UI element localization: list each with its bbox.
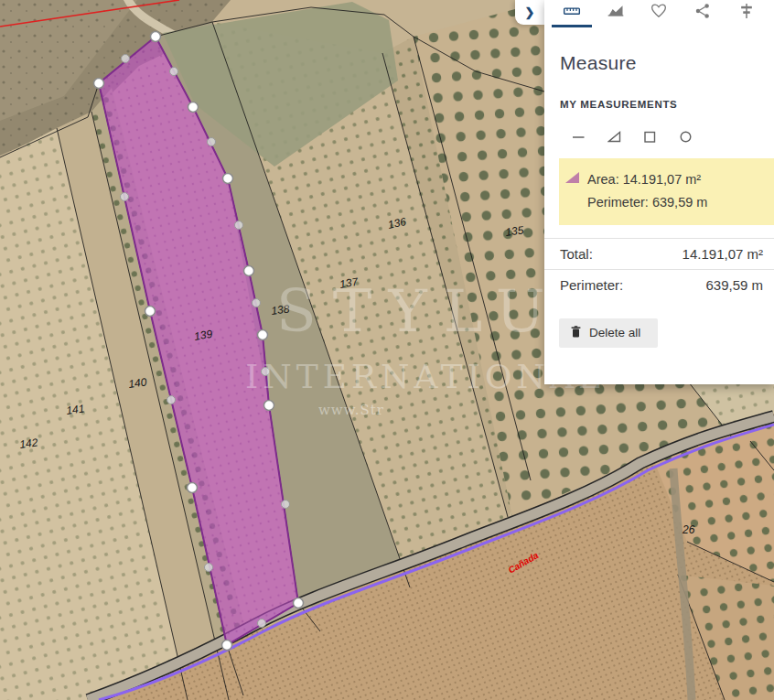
measure-circle-tool[interactable] xyxy=(679,130,693,144)
measure-polygon-tool[interactable] xyxy=(607,130,621,144)
ruler-icon xyxy=(563,2,581,24)
vertex-handle[interactable] xyxy=(222,641,232,651)
tab-measure[interactable] xyxy=(552,0,592,27)
share-icon xyxy=(693,2,712,24)
total-label: Total: xyxy=(560,246,593,262)
measure-panel: Measure MY MEASUREMENTS Area: 14.191,07 … xyxy=(544,0,774,384)
map-measure-app: 135 136 137 138 139 140 141 142 26 Cañad… xyxy=(0,0,774,700)
svg-text:www.Str: www.Str xyxy=(318,402,384,418)
area-chart-icon xyxy=(607,2,625,24)
midpoint-handle[interactable] xyxy=(258,619,266,628)
card-area-line: Area: 14.191,07 m² xyxy=(587,168,707,191)
page-title: Measure xyxy=(560,52,774,74)
total-row: Total: 14.191,07 m² xyxy=(544,239,774,270)
vertex-handle[interactable] xyxy=(294,598,304,608)
vertex-handle[interactable] xyxy=(151,32,161,42)
vertex-handle[interactable] xyxy=(264,401,274,411)
card-perimeter-line: Perimeter: 639,59 m xyxy=(587,191,707,214)
vertex-handle[interactable] xyxy=(94,79,104,89)
delete-all-label: Delete all xyxy=(589,326,640,339)
heart-icon xyxy=(650,2,668,24)
perimeter-label: Perimeter: xyxy=(560,277,623,293)
midpoint-handle[interactable] xyxy=(208,138,216,146)
polygon-measure-icon xyxy=(565,172,579,183)
vertex-handle[interactable] xyxy=(223,174,233,184)
panel-tabbar xyxy=(544,0,774,27)
vertex-handle[interactable] xyxy=(188,483,198,493)
measure-tools xyxy=(572,128,774,145)
midpoint-handle[interactable] xyxy=(121,193,129,201)
panel-collapse-button[interactable]: ❯ xyxy=(515,0,544,25)
parcel-label: 26 xyxy=(682,523,695,536)
vertex-handle[interactable] xyxy=(258,330,268,340)
measurement-card[interactable]: Area: 14.191,07 m² Perimeter: 639,59 m xyxy=(559,158,774,225)
midpoint-handle[interactable] xyxy=(170,68,178,76)
midpoint-handle[interactable] xyxy=(253,299,261,307)
trash-icon xyxy=(571,326,581,340)
totals-table: Total: 14.191,07 m² Perimeter: 639,59 m xyxy=(544,238,774,300)
tab-share[interactable] xyxy=(683,0,723,27)
perimeter-value: 639,59 m xyxy=(705,277,763,293)
parcel-label: 142 xyxy=(18,436,38,451)
filter-icon xyxy=(737,2,756,24)
tab-filters[interactable] xyxy=(726,0,767,27)
tab-elevation[interactable] xyxy=(596,0,636,27)
midpoint-handle[interactable] xyxy=(167,396,176,404)
vertex-handle[interactable] xyxy=(145,307,156,317)
total-value: 14.191,07 m² xyxy=(683,246,763,262)
tab-favorites[interactable] xyxy=(639,0,679,27)
measure-line-tool[interactable] xyxy=(572,130,586,144)
midpoint-handle[interactable] xyxy=(282,501,290,509)
vertex-handle[interactable] xyxy=(244,266,254,276)
measure-rectangle-tool[interactable] xyxy=(643,130,657,144)
midpoint-handle[interactable] xyxy=(205,564,213,572)
perimeter-row: Perimeter: 639,59 m xyxy=(544,270,774,300)
vertex-handle[interactable] xyxy=(188,102,199,113)
midpoint-handle[interactable] xyxy=(122,55,130,63)
delete-all-button[interactable]: Delete all xyxy=(559,318,658,348)
parcel-label: 141 xyxy=(65,402,85,417)
section-title: MY MEASUREMENTS xyxy=(560,99,774,110)
parcel-label: 140 xyxy=(127,375,147,391)
midpoint-handle[interactable] xyxy=(235,221,243,230)
parcel-label: 135 xyxy=(504,223,524,239)
chevron-right-icon: ❯ xyxy=(525,5,535,19)
